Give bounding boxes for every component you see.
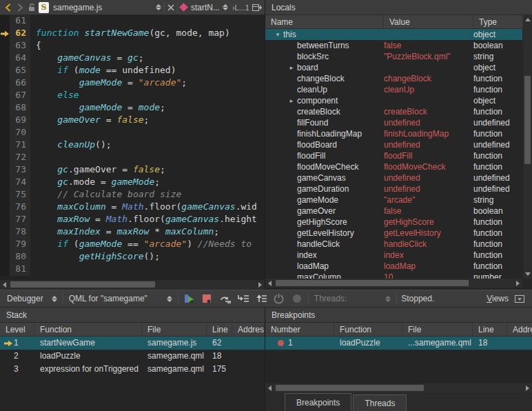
breakpoint-margin[interactable] [0, 77, 10, 90]
code-editor[interactable]: 6162function startNewGame(gc, mode, map)… [0, 15, 265, 280]
locals-row[interactable]: fillFoundundefinedundefined [265, 117, 522, 128]
target-spinner-icon[interactable] [167, 296, 172, 302]
tab-breakpoints[interactable]: Breakpoints [285, 393, 351, 411]
breakpoint-margin[interactable] [0, 226, 10, 239]
editor-horizontal-scrollbar[interactable] [0, 280, 265, 289]
locals-row[interactable]: ▸boardobject [265, 62, 522, 73]
threads-selector[interactable]: Threads: [313, 292, 392, 305]
locals-row[interactable]: getLevelHistorygetLevelHistoryfunction [265, 228, 522, 239]
scroll-down-icon[interactable] [523, 270, 532, 279]
column-header[interactable]: Address [232, 323, 265, 336]
back-icon[interactable] [3, 3, 12, 12]
threads-spinner-icon[interactable] [385, 296, 391, 302]
locals-row[interactable]: floodBoardundefinedundefined [265, 139, 522, 150]
restart-debug-icon[interactable] [272, 292, 286, 305]
column-header[interactable]: Level [0, 323, 34, 336]
locals-row[interactable]: indexindexfunction [265, 250, 522, 261]
locals-row[interactable]: gameMode"arcade"string [265, 194, 522, 206]
locals-row[interactable]: blockSrc"PuzzleBlock.qml"string [265, 51, 522, 62]
scroll-up-icon[interactable] [523, 15, 532, 24]
scrollbar-thumb[interactable] [276, 280, 469, 286]
code-line[interactable]: 64 gameCanvas = gc; [0, 52, 265, 65]
code-line[interactable]: 66 gameMode = "arcade"; [0, 77, 265, 90]
breakpoint-margin[interactable] [0, 40, 10, 52]
column-header[interactable]: Number [265, 323, 334, 336]
code-line[interactable]: 71 cleanUp(); [0, 139, 265, 152]
breakpoint-margin[interactable] [0, 263, 10, 276]
close-document-icon[interactable] [167, 1, 174, 14]
locals-row[interactable]: ▾thisobject [265, 29, 522, 40]
breakpoint-margin[interactable] [0, 52, 10, 65]
code-line[interactable]: 62function startNewGame(gc, mode, map) [0, 28, 265, 40]
breakpoint-row[interactable]: 1loadPuzzle...samegame.qml18 [265, 337, 532, 350]
scroll-right-icon[interactable] [523, 383, 532, 392]
locals-row[interactable]: gameDurationundefinedundefined [265, 183, 522, 194]
locals-row[interactable]: handleClickhandleClickfunction [265, 239, 522, 250]
debugger-engine-selector[interactable]: Debugger [6, 292, 59, 305]
expander-collapsed-icon[interactable]: ▸ [286, 62, 297, 73]
code-line[interactable]: 78 maxIndex = maxRow * maxColumn; [0, 226, 265, 239]
breakpoint-margin[interactable] [0, 102, 10, 114]
locals-row[interactable]: ▸componentobject [265, 95, 522, 106]
symbol-selector[interactable]: startN... [190, 1, 229, 14]
breakpoint-margin[interactable] [0, 189, 10, 201]
scroll-left-icon[interactable] [0, 280, 9, 289]
column-header[interactable]: Name [265, 15, 384, 28]
tab-threads[interactable]: Threads [353, 394, 407, 411]
locals-horizontal-scrollbar[interactable] [265, 279, 522, 288]
column-header[interactable]: File [402, 323, 473, 336]
locals-row[interactable]: gameOverfalseboolean [265, 206, 522, 217]
step-into-icon[interactable] [236, 292, 250, 305]
locals-row[interactable]: floodFillfloodFillfunction [265, 150, 522, 161]
code-line[interactable]: 79 if (gameMode == "arcade") //Needs to [0, 239, 265, 251]
breakpoint-margin[interactable] [0, 164, 10, 177]
breakpoint-margin[interactable] [0, 214, 10, 226]
column-header[interactable]: Line [473, 323, 507, 336]
code-line[interactable]: 80 getHighScore(); [0, 251, 265, 263]
code-line[interactable]: 76 maxColumn = Math.floor(gameCanvas.wid [0, 201, 265, 214]
locals-row[interactable]: loadMaploadMapfunction [265, 261, 522, 272]
open-file-selector[interactable]: samegame.js [52, 1, 103, 14]
code-line[interactable]: 63{ [0, 40, 265, 52]
breakpoint-margin[interactable] [0, 152, 10, 164]
code-line[interactable]: 73 gc.gameOver = false; [0, 164, 265, 177]
locals-row[interactable]: createBlockcreateBlockfunction [265, 106, 522, 117]
stack-row[interactable]: 1startNewGamesamegame.js62 [0, 337, 265, 350]
code-line[interactable]: 69 gameOver = false; [0, 114, 265, 127]
split-editor-icon[interactable] [252, 1, 262, 14]
breakpoint-margin[interactable] [0, 239, 10, 251]
column-header[interactable]: Type [473, 15, 522, 28]
code-line[interactable]: 77 maxRow = Math.floor(gameCanvas.height [0, 214, 265, 226]
locals-row[interactable]: floodMoveCheckfloodMoveCheckfunction [265, 161, 522, 172]
breakpoint-margin[interactable] [0, 127, 10, 139]
code-line[interactable]: 72 [0, 152, 265, 164]
breakpoint-margin[interactable] [0, 177, 10, 189]
scrollbar-thumb[interactable] [524, 76, 531, 164]
scroll-left-icon[interactable] [265, 279, 274, 288]
scroll-right-icon[interactable] [256, 280, 265, 289]
scroll-right-icon[interactable] [513, 279, 522, 288]
expander-open-icon[interactable]: ▾ [272, 29, 283, 40]
scrollbar-thumb[interactable] [10, 281, 155, 288]
code-line[interactable]: 70 [0, 127, 265, 139]
locals-row[interactable]: cleanUpcleanUpfunction [265, 84, 522, 95]
code-line[interactable]: 65 if (mode == undefined) [0, 65, 265, 77]
breakpoint-margin[interactable] [0, 15, 10, 28]
expander-collapsed-icon[interactable]: ▸ [286, 95, 297, 106]
code-line[interactable]: 81 [0, 263, 265, 276]
column-header[interactable]: Function [34, 323, 142, 336]
locals-row[interactable]: maxColumn10number [265, 272, 522, 279]
breakpoint-margin[interactable] [0, 201, 10, 214]
current-line-arrow-icon[interactable] [0, 28, 10, 40]
step-out-icon[interactable] [254, 292, 268, 305]
forward-icon[interactable] [15, 3, 25, 12]
code-line[interactable]: 74 gc.mode = gameMode; [0, 177, 265, 189]
breakpoint-margin[interactable] [0, 65, 10, 77]
views-menu-icon[interactable] [513, 292, 526, 305]
views-button[interactable]: Views [487, 294, 509, 303]
locals-row[interactable]: gameCanvasundefinedundefined [265, 172, 522, 183]
breakpoint-margin[interactable] [0, 251, 10, 263]
code-line[interactable]: 68 gameMode = mode; [0, 102, 265, 114]
locals-row[interactable]: finishLoadingMapfinishLoadingMapfunction [265, 128, 522, 139]
locals-row[interactable]: getHighScoregetHighScorefunction [265, 217, 522, 228]
